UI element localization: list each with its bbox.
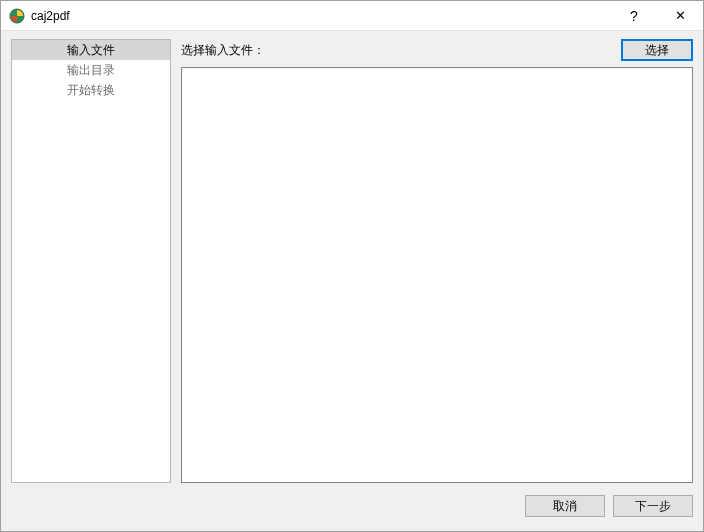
sidebar-item-label: 输入文件 (67, 43, 115, 57)
wizard-steps-sidebar: 输入文件 输出目录 开始转换 (11, 39, 171, 483)
sidebar-item-start-convert[interactable]: 开始转换 (12, 80, 170, 100)
next-button[interactable]: 下一步 (613, 495, 693, 517)
select-row: 选择输入文件： 选择 (181, 39, 693, 61)
content-pane: 选择输入文件： 选择 (181, 39, 693, 483)
dialog-footer: 取消 下一步 (1, 489, 703, 531)
main-area: 输入文件 输出目录 开始转换 选择输入文件： 选择 (1, 31, 703, 489)
cancel-button[interactable]: 取消 (525, 495, 605, 517)
sidebar-item-output-dir[interactable]: 输出目录 (12, 60, 170, 80)
window-title: caj2pdf (31, 9, 70, 23)
close-button[interactable]: ✕ (657, 1, 703, 31)
window: caj2pdf ? ✕ 输入文件 输出目录 开始转换 选择输入文件： (0, 0, 704, 532)
select-input-label: 选择输入文件： (181, 42, 265, 59)
titlebar: caj2pdf ? ✕ (1, 1, 703, 31)
help-button[interactable]: ? (611, 1, 657, 31)
dialog-body: 输入文件 输出目录 开始转换 选择输入文件： 选择 取消 下一 (1, 31, 703, 531)
sidebar-item-label: 开始转换 (67, 83, 115, 97)
sidebar-item-input-file[interactable]: 输入文件 (12, 40, 170, 60)
input-file-list[interactable] (181, 67, 693, 483)
select-file-button[interactable]: 选择 (621, 39, 693, 61)
sidebar-item-label: 输出目录 (67, 63, 115, 77)
app-icon (9, 8, 25, 24)
